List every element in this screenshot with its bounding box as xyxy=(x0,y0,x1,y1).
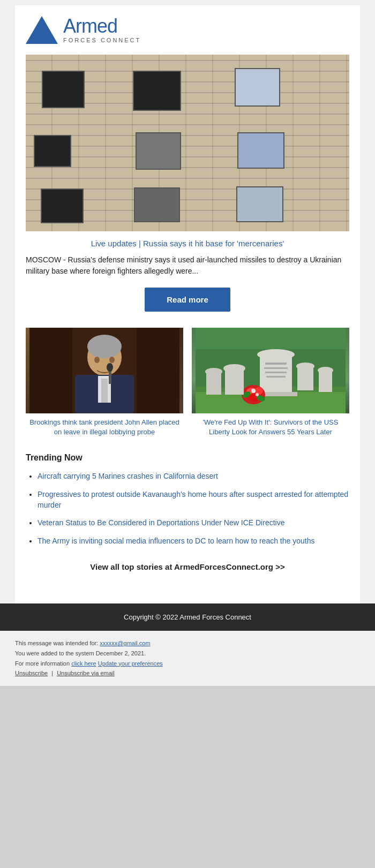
svg-point-6 xyxy=(94,357,100,363)
footer-more-info-text: For more information xyxy=(15,660,71,667)
logo-triangle-icon xyxy=(26,16,58,44)
list-item: Veteran Status to Be Considered in Depor… xyxy=(38,518,349,529)
card-1-image xyxy=(26,328,183,413)
hero-excerpt: MOSCOW - Russia's defense ministry says … xyxy=(26,254,349,277)
window-3 xyxy=(235,68,280,107)
window-8 xyxy=(134,187,180,222)
svg-rect-16 xyxy=(257,349,295,360)
footer-meta-line3: For more information click here Update y… xyxy=(15,659,360,669)
logo-area: Armed FORCES CONNECT xyxy=(26,16,349,44)
svg-point-28 xyxy=(251,389,256,393)
trending-link-2[interactable]: Progressives to protest outside Kavanaug… xyxy=(38,490,348,509)
copyright-text: Copyright © 2022 Armed Forces Connect xyxy=(124,613,251,621)
window-5 xyxy=(136,132,181,170)
hero-image xyxy=(26,55,349,231)
read-more-button[interactable]: Read more xyxy=(145,288,230,312)
card-2-image xyxy=(192,328,349,413)
trending-section: Trending Now Aircraft carrying 5 Marines… xyxy=(26,453,349,546)
svg-rect-21 xyxy=(266,376,286,378)
trending-title: Trending Now xyxy=(26,453,349,463)
svg-point-7 xyxy=(109,357,115,363)
svg-rect-31 xyxy=(223,364,245,373)
footer-meta: This message was intended for: xxxxxx@gm… xyxy=(0,631,375,686)
svg-rect-19 xyxy=(264,367,288,369)
window-4 xyxy=(34,135,71,167)
svg-rect-32 xyxy=(297,368,313,390)
svg-rect-33 xyxy=(296,363,314,370)
card-1: Brookings think tank president John Alle… xyxy=(26,328,183,437)
hero-article-link[interactable]: Live updates | Russia says it hit base f… xyxy=(26,239,349,248)
card-2-bg xyxy=(192,328,349,413)
svg-rect-36 xyxy=(206,373,221,395)
card-2: 'We're Fed Up With It': Survivors of the… xyxy=(192,328,349,437)
card-1-bg xyxy=(26,328,183,413)
svg-point-2 xyxy=(87,335,122,358)
email-wrapper: Armed FORCES CONNECT Live updates xyxy=(0,0,375,686)
trending-link-3[interactable]: Veteran Status to Be Considered in Depor… xyxy=(38,518,284,527)
footer-meta-line1: This message was intended for: xxxxxx@gm… xyxy=(15,638,360,648)
footer-intended-text: This message was intended for: xyxy=(15,640,100,646)
svg-rect-10 xyxy=(29,328,72,413)
svg-point-29 xyxy=(256,393,259,396)
card-2-link[interactable]: 'We're Fed Up With It': Survivors of the… xyxy=(192,418,349,437)
footer-meta-line4: Unsubscribe | Unsubscribe via email xyxy=(15,668,360,678)
brick-wall-bg xyxy=(26,55,349,231)
svg-point-9 xyxy=(107,363,113,372)
view-all-section: View all top stories at ArmedForcesConne… xyxy=(26,562,349,571)
svg-rect-37 xyxy=(205,368,222,375)
list-item: Progressives to protest outside Kavanaug… xyxy=(38,489,349,510)
email-body: Armed FORCES CONNECT Live updates xyxy=(15,5,360,603)
logo-a: A xyxy=(63,15,76,37)
cemetery-svg xyxy=(192,328,349,413)
trending-list: Aircraft carrying 5 Marines crashes in C… xyxy=(26,471,349,546)
svg-rect-11 xyxy=(137,328,179,413)
card-1-link[interactable]: Brookings think tank president John Alle… xyxy=(26,418,183,437)
window-1 xyxy=(42,71,85,108)
footer-meta-line2: You were added to the system December 2,… xyxy=(15,648,360,659)
logo-subtitle: FORCES CONNECT xyxy=(63,37,141,43)
list-item: The Army is inviting social media influe… xyxy=(38,536,349,547)
footer-email-link[interactable]: xxxxxx@gmail.com xyxy=(100,640,150,646)
footer-click-here-link[interactable]: click here xyxy=(71,660,96,667)
list-item: Aircraft carrying 5 Marines crashes in C… xyxy=(38,471,349,482)
footer-update-prefs-link[interactable]: Update your preferences xyxy=(98,660,163,667)
person-svg xyxy=(26,328,183,413)
svg-rect-18 xyxy=(265,363,287,365)
view-all-link[interactable]: View all top stories at ArmedForcesConne… xyxy=(90,562,284,571)
svg-rect-20 xyxy=(265,372,287,373)
svg-rect-5 xyxy=(101,379,108,403)
window-7 xyxy=(41,188,84,223)
two-col-section: Brookings think tank president John Alle… xyxy=(26,328,349,437)
window-9 xyxy=(236,186,283,222)
trending-link-1[interactable]: Aircraft carrying 5 Marines crashes in C… xyxy=(38,472,218,480)
footer-unsubscribe-email-link[interactable]: Unsubscribe via email xyxy=(57,670,115,676)
window-2 xyxy=(133,71,181,111)
logo-title: Armed xyxy=(63,17,141,36)
logo-rmed: rmed xyxy=(76,15,117,37)
footer-pipe: | xyxy=(51,670,53,676)
svg-rect-30 xyxy=(225,371,244,395)
logo-text-group: Armed FORCES CONNECT xyxy=(63,17,141,43)
footer-dark: Copyright © 2022 Armed Forces Connect xyxy=(0,603,375,631)
svg-rect-35 xyxy=(318,367,333,374)
trending-link-4[interactable]: The Army is inviting social media influe… xyxy=(38,537,314,545)
svg-rect-34 xyxy=(319,372,332,392)
footer-unsubscribe-link[interactable]: Unsubscribe xyxy=(15,670,48,676)
window-6 xyxy=(237,132,284,169)
